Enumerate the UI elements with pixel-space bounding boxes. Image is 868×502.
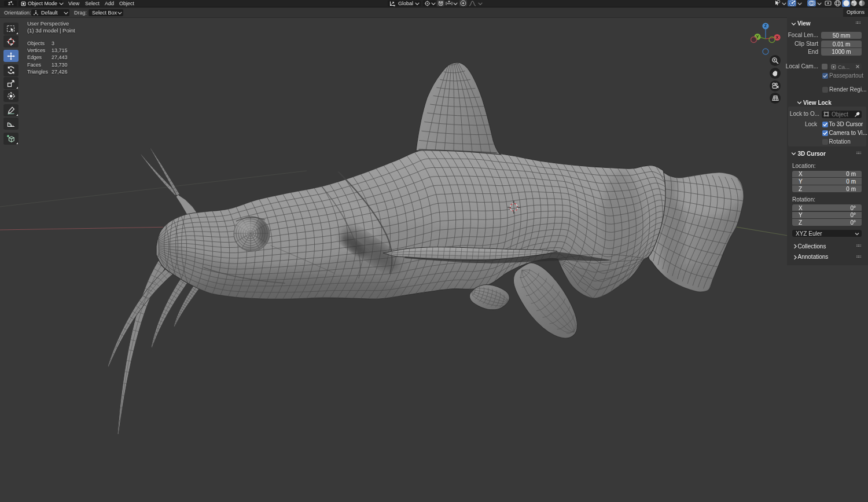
svg-text:X: X [776, 35, 779, 39]
svg-text:Z: Z [764, 24, 767, 28]
